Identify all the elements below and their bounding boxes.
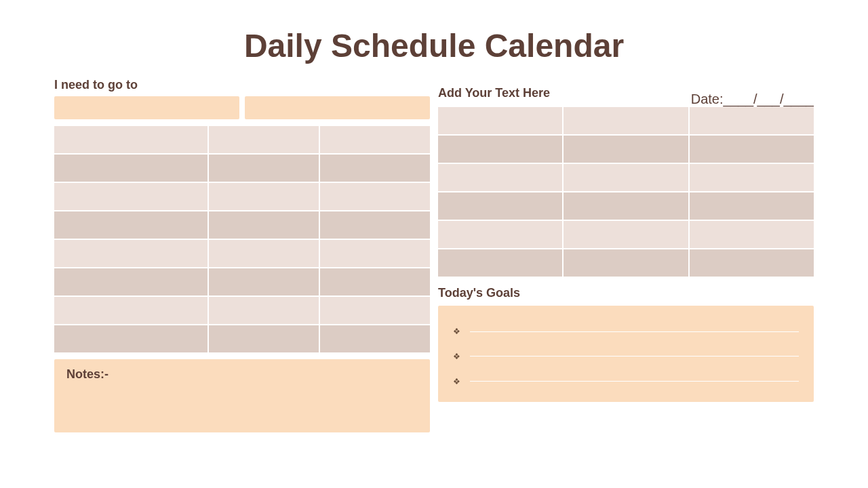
table-cell[interactable] [320,268,430,296]
right-column: Add Your Text Here Date:____/___/____ [438,78,814,432]
table-cell[interactable] [564,107,688,134]
table-cell[interactable] [54,126,208,153]
need-input-1[interactable] [54,96,239,119]
add-text-label: Add Your Text Here [438,86,550,100]
table-row [54,126,430,153]
table-row [438,164,814,191]
table-cell[interactable] [690,249,814,277]
bullet-icon: ❖ [453,377,460,386]
goal-line[interactable]: ❖ [453,377,799,386]
table-cell[interactable] [438,107,562,134]
table-cell[interactable] [438,192,562,220]
bullet-icon: ❖ [453,327,460,336]
table-cell[interactable] [564,164,688,191]
table-row [438,136,814,163]
table-cell[interactable] [438,249,562,277]
table-cell[interactable] [54,183,208,210]
table-cell[interactable] [690,164,814,191]
table-row [438,221,814,248]
table-cell[interactable] [564,136,688,163]
table-cell[interactable] [564,192,688,220]
table-cell[interactable] [54,268,208,296]
table-cell[interactable] [54,297,208,324]
date-label[interactable]: Date:____/___/____ [691,92,814,107]
need-to-go-label: I need to go to [54,78,430,92]
table-row [54,240,430,267]
table-cell[interactable] [690,192,814,220]
table-cell[interactable] [209,268,319,296]
table-cell[interactable] [564,249,688,277]
table-row [54,325,430,352]
table-cell[interactable] [438,136,562,163]
left-column: I need to go to [54,78,430,432]
right-schedule-table [438,107,814,277]
goals-box: ❖ ❖ ❖ [438,306,814,402]
table-cell[interactable] [209,240,319,267]
table-cell[interactable] [209,126,319,153]
table-row [438,249,814,277]
table-row [54,297,430,324]
table-cell[interactable] [320,297,430,324]
table-cell[interactable] [54,240,208,267]
table-cell[interactable] [690,136,814,163]
goal-underline [470,331,799,332]
table-cell[interactable] [320,325,430,352]
table-row [54,268,430,296]
table-cell[interactable] [438,221,562,248]
goal-underline [470,381,799,382]
table-cell[interactable] [54,155,208,182]
table-cell[interactable] [209,325,319,352]
table-cell[interactable] [209,183,319,210]
table-cell[interactable] [320,183,430,210]
left-schedule-table [54,126,430,352]
need-to-go-inputs [54,96,430,119]
table-cell[interactable] [690,107,814,134]
table-cell[interactable] [209,211,319,239]
table-row [54,183,430,210]
table-cell[interactable] [209,297,319,324]
table-cell[interactable] [54,325,208,352]
page-container: Daily Schedule Calendar I need to go to [0,0,868,446]
bullet-icon: ❖ [453,352,460,361]
table-row [438,107,814,134]
table-cell[interactable] [320,240,430,267]
page-title: Daily Schedule Calendar [54,27,814,64]
notes-box[interactable]: Notes:- [54,359,430,432]
table-cell[interactable] [320,155,430,182]
main-columns: I need to go to [54,78,814,432]
right-header: Add Your Text Here Date:____/___/____ [438,78,814,107]
table-cell[interactable] [320,211,430,239]
goals-label: Today's Goals [438,286,814,300]
table-cell[interactable] [438,164,562,191]
table-cell[interactable] [320,126,430,153]
goal-line[interactable]: ❖ [453,327,799,336]
table-row [54,211,430,239]
table-row [54,155,430,182]
goal-underline [470,356,799,357]
goal-line[interactable]: ❖ [453,352,799,361]
table-cell[interactable] [54,211,208,239]
table-cell[interactable] [690,221,814,248]
notes-label: Notes:- [66,367,418,382]
need-input-2[interactable] [245,96,430,119]
table-cell[interactable] [209,155,319,182]
table-cell[interactable] [564,221,688,248]
table-row [438,192,814,220]
